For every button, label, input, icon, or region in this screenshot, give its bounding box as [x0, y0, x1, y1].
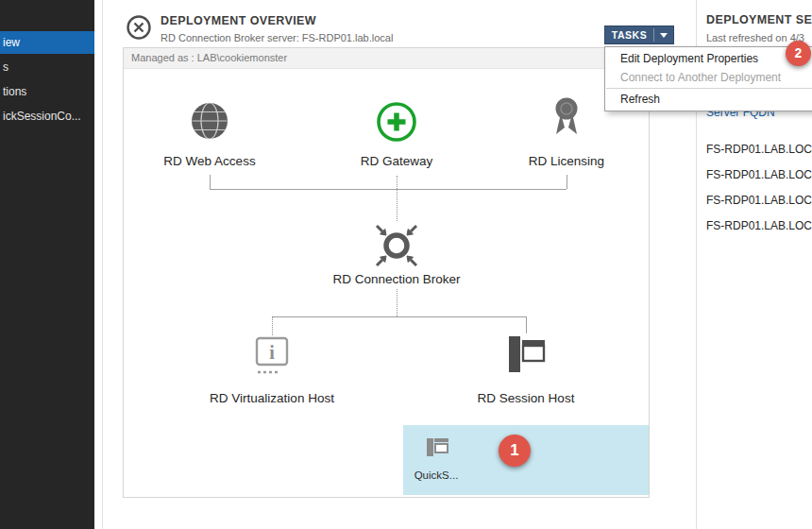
- collection-server-icon[interactable]: [424, 434, 452, 466]
- sidebar-item-servers[interactable]: s: [0, 57, 94, 77]
- connector-line: [210, 175, 211, 189]
- svg-text:i: i: [269, 342, 275, 363]
- last-refreshed-text: Last refreshed on 4/3: [706, 32, 804, 43]
- globe-icon[interactable]: [187, 99, 232, 148]
- connector-dotted-line: [272, 316, 273, 335]
- menu-item-edit-deployment-properties[interactable]: Edit Deployment Properties: [605, 49, 812, 68]
- licensing-ribbon-icon[interactable]: [544, 93, 589, 142]
- server-row[interactable]: FS-RDP01.LAB.LOCAL: [699, 188, 812, 213]
- node-label-rd-gateway: RD Gateway: [330, 154, 463, 168]
- connector-line: [210, 189, 567, 190]
- app-window: iew s tions ickSessionCo... DEPLOYMENT O…: [0, 0, 812, 529]
- deployment-servers-title: DEPLOYMENT SERVERS: [706, 13, 812, 26]
- menu-item-connect-to-another-deployment: Connect to Another Deployment: [605, 68, 812, 87]
- menu-separator: [606, 88, 812, 89]
- collection-name-label: QuickS...: [406, 469, 466, 481]
- virtualization-host-info-icon[interactable]: i: [249, 335, 295, 383]
- connector-line: [526, 316, 527, 333]
- menu-item-refresh[interactable]: Refresh: [605, 90, 812, 109]
- connection-broker-icon[interactable]: [372, 221, 421, 274]
- tasks-menu: Edit Deployment Properties Connect to An…: [604, 46, 812, 111]
- managed-as-bar: Managed as : LAB\cookiemonster: [124, 48, 649, 69]
- tasks-button-label: TASKS: [605, 29, 653, 41]
- server-row[interactable]: FS-RDP01.LAB.LOCAL: [699, 213, 812, 239]
- sidebar: iew s tions ickSessionCo...: [0, 0, 94, 529]
- sidebar-item-collections[interactable]: tions: [0, 81, 94, 102]
- sidebar-item-quick-session-collection[interactable]: ickSessionCo...: [0, 106, 94, 127]
- connector-dotted-line: [397, 289, 398, 316]
- server-row[interactable]: FS-RDP01.LAB.LOCAL: [699, 137, 812, 162]
- add-gateway-plus-icon[interactable]: [374, 99, 419, 148]
- annotation-step-1-badge: 1: [499, 435, 531, 467]
- tasks-button-separator: [653, 28, 654, 42]
- server-row[interactable]: FS-RDP01.LAB.LOCAL: [699, 162, 812, 188]
- node-label-rd-session-host: RD Session Host: [450, 391, 601, 405]
- node-label-rd-licensing: RD Licensing: [500, 154, 633, 168]
- connector-line: [272, 316, 526, 317]
- node-label-rd-connection-broker: RD Connection Broker: [321, 272, 472, 286]
- connector-line: [567, 175, 567, 189]
- node-label-rd-virtualization-host: RD Virtualization Host: [187, 391, 357, 405]
- node-label-rd-web-access: RD Web Access: [144, 154, 276, 168]
- page-subtitle: RD Connection Broker server: FS-RDP01.la…: [161, 32, 393, 43]
- deployment-overview-icon: [126, 14, 152, 41]
- connector-dotted-line: [397, 176, 398, 221]
- sidebar-divider: [102, 0, 103, 529]
- page-title: DEPLOYMENT OVERVIEW: [161, 14, 316, 27]
- session-host-server-icon[interactable]: [503, 333, 549, 382]
- annotation-step-2-badge: 2: [786, 41, 811, 66]
- chevron-down-icon: [660, 33, 668, 38]
- tasks-button[interactable]: TASKS: [604, 26, 674, 44]
- sidebar-item-overview[interactable]: iew: [0, 31, 94, 54]
